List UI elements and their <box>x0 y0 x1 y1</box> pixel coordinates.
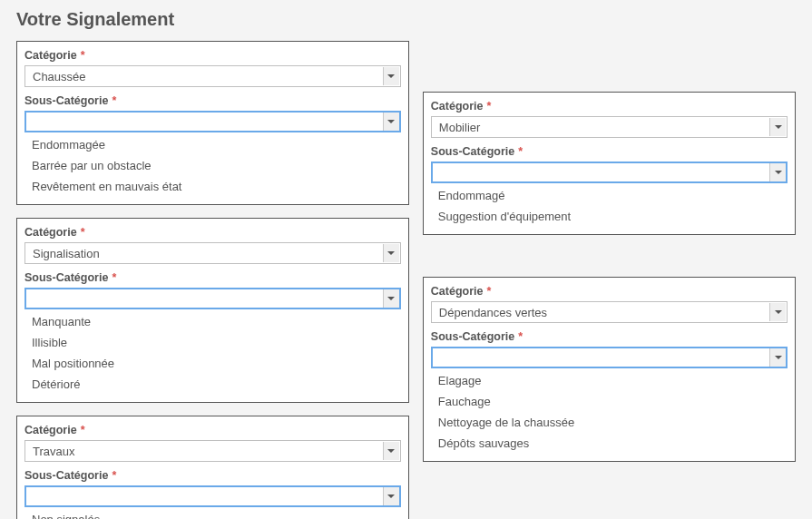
required-mark: * <box>81 424 85 436</box>
sous-categorie-label: Sous-Catégorie* <box>431 330 788 343</box>
categorie-label-text: Catégorie <box>431 100 484 113</box>
categorie-label-text: Catégorie <box>24 226 77 239</box>
categorie-label: Catégorie* <box>431 100 788 113</box>
categorie-label: Catégorie* <box>24 424 401 436</box>
categorie-select-value: Dépendances vertes <box>439 306 547 319</box>
sous-categorie-select[interactable] <box>24 485 401 507</box>
categorie-select[interactable]: Signalisation <box>24 242 401 264</box>
sous-categorie-option[interactable]: Dépôts sauvages <box>431 433 788 454</box>
sous-categorie-label-text: Sous-Catégorie <box>24 94 108 107</box>
sous-categorie-options: ElagageFauchageNettoyage de la chausséeD… <box>431 370 788 454</box>
required-mark: * <box>518 330 523 343</box>
sous-categorie-select[interactable] <box>431 162 788 183</box>
required-mark: * <box>112 271 116 284</box>
sous-categorie-option[interactable]: Non signalés <box>24 509 401 519</box>
categorie-select-value: Mobilier <box>439 121 481 134</box>
sous-categorie-option[interactable]: Nettoyage de la chaussée <box>431 412 788 433</box>
categorie-label-text: Catégorie <box>24 49 77 62</box>
form-columns: Catégorie*ChausséeSous-Catégorie*Endomma… <box>16 41 796 519</box>
sous-categorie-label-text: Sous-Catégorie <box>431 145 514 158</box>
categorie-select-value: Travaux <box>33 445 74 458</box>
sous-categorie-option[interactable]: Fauchage <box>431 391 788 412</box>
sous-categorie-option[interactable]: Manquante <box>24 311 401 332</box>
chevron-down-icon[interactable] <box>769 303 786 321</box>
sous-categorie-label-text: Sous-Catégorie <box>24 469 108 482</box>
sous-categorie-option[interactable]: Barrée par un obstacle <box>24 155 401 176</box>
chevron-down-icon[interactable] <box>383 113 399 131</box>
categorie-select[interactable]: Chaussée <box>24 65 401 87</box>
chevron-down-icon[interactable] <box>383 442 399 460</box>
sous-categorie-label-text: Sous-Catégorie <box>24 271 108 284</box>
categorie-select-value: Chaussée <box>33 70 86 83</box>
signalement-panel: Catégorie*MobilierSous-Catégorie*Endomma… <box>423 92 796 235</box>
sous-categorie-select[interactable] <box>431 347 788 368</box>
chevron-down-icon[interactable] <box>769 118 786 136</box>
chevron-down-icon[interactable] <box>383 244 399 262</box>
required-mark: * <box>486 285 491 298</box>
sous-categorie-label-text: Sous-Catégorie <box>431 330 514 343</box>
sous-categorie-option[interactable]: Détérioré <box>24 374 401 395</box>
sous-categorie-select[interactable] <box>24 111 401 132</box>
required-mark: * <box>81 226 85 239</box>
page-title: Votre Signalement <box>16 9 796 30</box>
required-mark: * <box>112 469 116 482</box>
categorie-label: Catégorie* <box>24 226 401 239</box>
categorie-select-value: Signalisation <box>33 247 100 260</box>
sous-categorie-label: Sous-Catégorie* <box>24 271 401 284</box>
categorie-label-text: Catégorie <box>24 424 77 436</box>
sous-categorie-option[interactable]: Suggestion d'équipement <box>431 206 788 227</box>
sous-categorie-label: Sous-Catégorie* <box>24 469 401 482</box>
column-left: Catégorie*ChausséeSous-Catégorie*Endomma… <box>16 41 409 519</box>
categorie-select[interactable]: Travaux <box>24 440 401 462</box>
required-mark: * <box>112 94 116 107</box>
sous-categorie-options: ManquanteIllisibleMal positionnéeDétério… <box>24 311 401 395</box>
categorie-select[interactable]: Mobilier <box>431 116 788 138</box>
sous-categorie-options: Non signalésDéviation non indiquée <box>24 509 401 519</box>
required-mark: * <box>486 100 491 113</box>
sous-categorie-select[interactable] <box>24 288 401 309</box>
required-mark: * <box>518 145 523 158</box>
required-mark: * <box>81 49 85 62</box>
sous-categorie-option[interactable]: Elagage <box>431 370 788 391</box>
sous-categorie-option[interactable]: Revêtement en mauvais état <box>24 176 401 197</box>
sous-categorie-options: EndommagéSuggestion d'équipement <box>431 185 788 227</box>
signalement-panel: Catégorie*TravauxSous-Catégorie*Non sign… <box>16 416 409 519</box>
sous-categorie-option[interactable]: Endommagé <box>431 185 788 206</box>
sous-categorie-option[interactable]: Mal positionnée <box>24 353 401 374</box>
chevron-down-icon[interactable] <box>769 348 786 367</box>
sous-categorie-option[interactable]: Endommagée <box>24 134 401 155</box>
categorie-label-text: Catégorie <box>431 285 484 298</box>
categorie-label: Catégorie* <box>24 49 401 62</box>
categorie-select[interactable]: Dépendances vertes <box>431 301 788 323</box>
signalement-panel: Catégorie*Dépendances vertesSous-Catégor… <box>423 277 796 462</box>
chevron-down-icon[interactable] <box>383 289 399 308</box>
signalement-panel: Catégorie*SignalisationSous-Catégorie*Ma… <box>16 218 409 403</box>
signalement-panel: Catégorie*ChausséeSous-Catégorie*Endomma… <box>16 41 409 205</box>
sous-categorie-label: Sous-Catégorie* <box>431 145 788 158</box>
sous-categorie-option[interactable]: Illisible <box>24 332 401 353</box>
chevron-down-icon[interactable] <box>383 487 399 505</box>
categorie-label: Catégorie* <box>431 285 788 298</box>
sous-categorie-options: EndommagéeBarrée par un obstacleRevêteme… <box>24 134 401 197</box>
sous-categorie-label: Sous-Catégorie* <box>24 94 401 107</box>
column-right: Catégorie*MobilierSous-Catégorie*Endomma… <box>423 41 796 519</box>
chevron-down-icon[interactable] <box>769 163 786 181</box>
chevron-down-icon[interactable] <box>383 67 399 85</box>
